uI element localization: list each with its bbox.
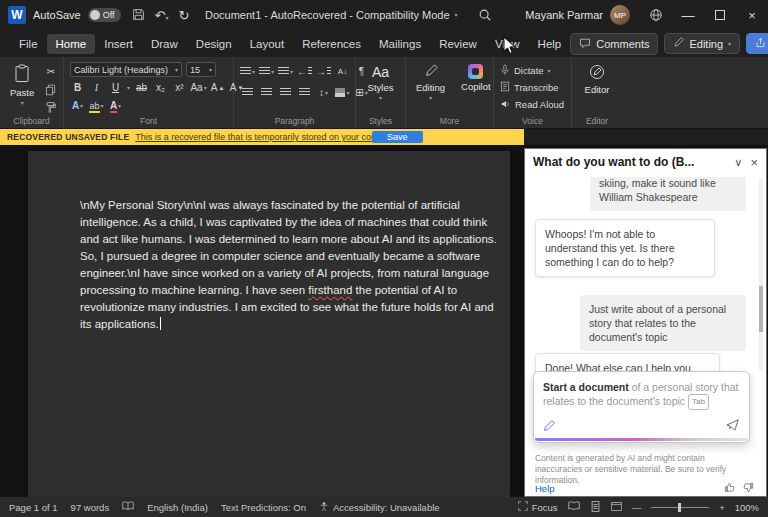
- account-name[interactable]: Mayank Parmar: [525, 9, 603, 21]
- tab-review[interactable]: Review: [430, 34, 486, 54]
- pencil-icon: [424, 64, 438, 80]
- text-effects-button[interactable]: A▾: [70, 98, 85, 113]
- align-right-icon[interactable]: [278, 85, 293, 100]
- accessibility-status[interactable]: Accessibility: Unavailable: [319, 501, 440, 514]
- tab-help[interactable]: Help: [529, 34, 571, 54]
- close-panel-icon[interactable]: ×: [750, 155, 758, 170]
- copilot-input[interactable]: Start a document of a personal story tha…: [533, 371, 750, 443]
- dictate-button[interactable]: Dictate▾: [500, 62, 565, 79]
- tab-design[interactable]: Design: [187, 34, 241, 54]
- tab-layout[interactable]: Layout: [241, 34, 294, 54]
- numbering-icon[interactable]: ▾: [259, 64, 274, 79]
- autosave-state: Off: [103, 10, 115, 20]
- tab-insert[interactable]: Insert: [95, 34, 142, 54]
- shading-icon[interactable]: ▾: [335, 85, 350, 100]
- align-center-icon[interactable]: [259, 85, 274, 100]
- decrease-indent-icon[interactable]: ←: [297, 64, 312, 79]
- save-icon[interactable]: [132, 8, 145, 23]
- help-link[interactable]: Help: [535, 483, 555, 494]
- cut-icon[interactable]: ✂: [43, 64, 58, 79]
- group-font: Calibri Light (Headings)▾ 15▾ B I U▾ ab …: [64, 57, 234, 128]
- bold-button[interactable]: B: [70, 80, 85, 95]
- document-page[interactable]: \nMy Personal Story\n\nI was always fasc…: [28, 151, 510, 497]
- tab-file[interactable]: File: [10, 34, 47, 54]
- tab-references[interactable]: References: [293, 34, 370, 54]
- language-indicator[interactable]: English (India): [147, 502, 208, 513]
- read-mode-icon[interactable]: [568, 501, 580, 513]
- ribbon: Paste▾ ✂ Clipboard Calibri Light (Headin…: [0, 57, 768, 129]
- copilot-panel: What do you want to do (B... ∨ × skiing,…: [524, 148, 767, 497]
- sort-icon[interactable]: A↓: [335, 64, 350, 79]
- zoom-slider-handle[interactable]: [678, 503, 681, 512]
- scrollbar-thumb[interactable]: [759, 286, 763, 332]
- underline-button[interactable]: U: [108, 80, 123, 95]
- chat-area: skiing, make it sound like William Shake…: [525, 177, 756, 377]
- undo-icon[interactable]: ↶▾: [155, 8, 169, 23]
- comments-button[interactable]: Comments: [570, 33, 658, 55]
- transcribe-button[interactable]: Transcribe: [500, 79, 565, 96]
- autosave-toggle[interactable]: Off: [88, 8, 121, 22]
- autosave-label: AutoSave: [33, 9, 81, 21]
- superscript-button[interactable]: x²: [172, 80, 187, 95]
- tab-mailings[interactable]: Mailings: [370, 34, 430, 54]
- word-logo[interactable]: W: [8, 6, 26, 24]
- tab-draw[interactable]: Draw: [142, 34, 187, 54]
- editing-mode-button[interactable]: Editing▾: [664, 33, 740, 54]
- increase-indent-icon[interactable]: →: [316, 64, 331, 79]
- send-icon[interactable]: [726, 418, 740, 435]
- font-size-combobox[interactable]: 15▾: [186, 62, 216, 77]
- proofing-book-icon[interactable]: [122, 501, 134, 513]
- copy-icon[interactable]: [43, 82, 58, 97]
- bullets-icon[interactable]: ▾: [240, 64, 255, 79]
- change-case-button[interactable]: Aa▾: [191, 80, 206, 95]
- font-name-combobox[interactable]: Calibri Light (Headings)▾: [70, 62, 182, 77]
- zoom-in-button[interactable]: +: [719, 502, 725, 513]
- multilevel-list-icon[interactable]: ▾: [278, 64, 293, 79]
- close-button[interactable]: ×: [736, 0, 768, 30]
- italic-button[interactable]: I: [89, 80, 104, 95]
- align-left-icon[interactable]: [240, 85, 255, 100]
- banner-message-link[interactable]: This is a recovered file that is tempora…: [135, 132, 401, 142]
- chat-message-bot: Whoops! I'm not able to understand this …: [535, 219, 715, 277]
- zoom-level[interactable]: 100%: [735, 502, 759, 513]
- editor-button[interactable]: Editor: [578, 62, 616, 97]
- compose-pen-icon[interactable]: [543, 419, 556, 435]
- search-icon[interactable]: [478, 8, 492, 24]
- zoom-out-button[interactable]: —: [632, 502, 642, 513]
- focus-mode-button[interactable]: Focus: [518, 501, 558, 513]
- thumbs-up-icon[interactable]: [724, 479, 735, 497]
- tab-home[interactable]: Home: [47, 34, 96, 54]
- paste-button[interactable]: Paste▾: [6, 62, 38, 108]
- maximize-button[interactable]: [704, 0, 736, 30]
- zoom-slider[interactable]: [651, 507, 709, 508]
- justify-icon[interactable]: [297, 85, 312, 100]
- minimize-button[interactable]: —: [672, 0, 704, 30]
- editing-button[interactable]: Editing▾: [412, 62, 449, 103]
- thumbs-down-icon[interactable]: [743, 479, 754, 497]
- chat-scrollbar[interactable]: [759, 179, 763, 371]
- web-layout-icon[interactable]: [611, 501, 622, 514]
- copilot-button[interactable]: Copilot: [457, 62, 495, 94]
- highlight-color-button[interactable]: ab▾: [89, 98, 104, 113]
- page-indicator[interactable]: Page 1 of 1: [9, 502, 58, 513]
- document-title[interactable]: Document1 - AutoRecovered - Compatibilit…: [205, 0, 458, 30]
- print-layout-icon[interactable]: [590, 501, 601, 514]
- read-aloud-button[interactable]: Read Aloud: [500, 96, 565, 113]
- text-caret: [160, 317, 161, 330]
- globe-icon[interactable]: [640, 0, 672, 30]
- styles-button[interactable]: Aa Styles▾: [362, 62, 399, 103]
- line-spacing-icon[interactable]: ↕▾: [316, 85, 331, 100]
- strikethrough-button[interactable]: ab: [134, 80, 149, 95]
- redo-icon[interactable]: ↻: [178, 8, 189, 23]
- format-painter-icon[interactable]: [43, 100, 58, 115]
- document-text[interactable]: \nMy Personal Story\n\nI was always fasc…: [80, 197, 504, 333]
- text-predictions[interactable]: Text Predictions: On: [221, 502, 306, 513]
- chevron-down-icon[interactable]: ∨: [734, 156, 742, 169]
- word-count[interactable]: 97 words: [71, 502, 110, 513]
- subscript-button[interactable]: x₂: [153, 80, 168, 95]
- avatar[interactable]: MP: [610, 5, 630, 25]
- grow-font-button[interactable]: A▲: [210, 80, 225, 95]
- banner-save-button[interactable]: Save: [372, 131, 423, 143]
- share-button[interactable]: Share▾: [746, 33, 768, 54]
- font-color-button[interactable]: A▾: [108, 98, 123, 113]
